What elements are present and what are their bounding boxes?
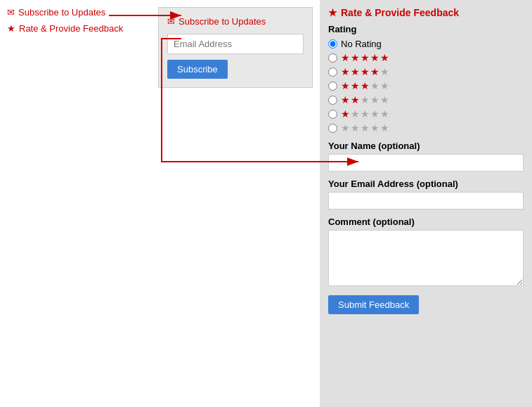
email-field-label: Your Email Address (optional): [328, 179, 524, 189]
envelope-icon: ✉: [7, 7, 15, 18]
subscribe-box-title: ✉ Subscribe to Updates: [167, 16, 304, 27]
email-field[interactable]: [328, 192, 524, 209]
radio-no-rating[interactable]: [328, 39, 337, 49]
sidebar-item-feedback[interactable]: ★ Rate & Provide Feedback: [7, 23, 144, 34]
star-icon: ★: [7, 23, 15, 34]
rating-option-none[interactable]: No Rating: [328, 39, 524, 49]
submit-feedback-button[interactable]: Submit Feedback: [328, 295, 419, 314]
stars-0: ★ ★ ★ ★ ★: [341, 122, 389, 134]
stars-5: ★ ★ ★ ★ ★: [341, 52, 389, 63]
feedback-link[interactable]: Rate & Provide Feedback: [19, 23, 123, 34]
stars-2: ★ ★ ★ ★ ★: [341, 94, 389, 105]
subscribe-link[interactable]: Subscribe to Updates: [18, 7, 105, 18]
star-icon-right: ★: [328, 7, 337, 18]
name-field-label: Your Name (optional): [328, 141, 524, 151]
comment-field-label: Comment (optional): [328, 217, 524, 227]
left-panel: ✉ Subscribe to Updates ★ Rate & Provide …: [0, 0, 151, 407]
sidebar-item-subscribe[interactable]: ✉ Subscribe to Updates: [7, 7, 144, 18]
stars-3: ★ ★ ★ ★ ★: [341, 80, 389, 91]
rating-option-5[interactable]: ★ ★ ★ ★ ★: [328, 52, 524, 63]
radio-2-stars[interactable]: [328, 96, 337, 105]
rating-option-0[interactable]: ★ ★ ★ ★ ★: [328, 122, 524, 134]
radio-4-stars[interactable]: [328, 67, 337, 77]
email-input[interactable]: [167, 34, 304, 54]
radio-0-stars[interactable]: [328, 124, 337, 133]
stars-4: ★ ★ ★ ★ ★: [341, 66, 389, 77]
envelope-icon-middle: ✉: [167, 16, 175, 27]
rating-option-3[interactable]: ★ ★ ★ ★ ★: [328, 80, 524, 91]
radio-3-stars[interactable]: [328, 82, 337, 91]
rating-label: Rating: [328, 24, 524, 34]
rating-option-2[interactable]: ★ ★ ★ ★ ★: [328, 94, 524, 105]
subscribe-box: ✉ Subscribe to Updates Subscribe: [158, 7, 313, 88]
no-rating-text: No Rating: [341, 39, 382, 49]
middle-panel: ✉ Subscribe to Updates Subscribe: [151, 0, 320, 407]
rating-option-4[interactable]: ★ ★ ★ ★ ★: [328, 66, 524, 77]
radio-1-star[interactable]: [328, 110, 337, 119]
right-panel-title: ★ Rate & Provide Feedback: [328, 7, 524, 18]
comment-textarea[interactable]: [328, 230, 524, 286]
name-input[interactable]: [328, 154, 524, 172]
stars-1: ★ ★ ★ ★ ★: [341, 108, 389, 119]
rating-option-1[interactable]: ★ ★ ★ ★ ★: [328, 108, 524, 119]
right-panel: ★ Rate & Provide Feedback Rating No Rati…: [320, 0, 532, 407]
main-layout: ✉ Subscribe to Updates ★ Rate & Provide …: [0, 0, 532, 407]
subscribe-button[interactable]: Subscribe: [167, 60, 228, 79]
radio-5-stars[interactable]: [328, 53, 337, 63]
